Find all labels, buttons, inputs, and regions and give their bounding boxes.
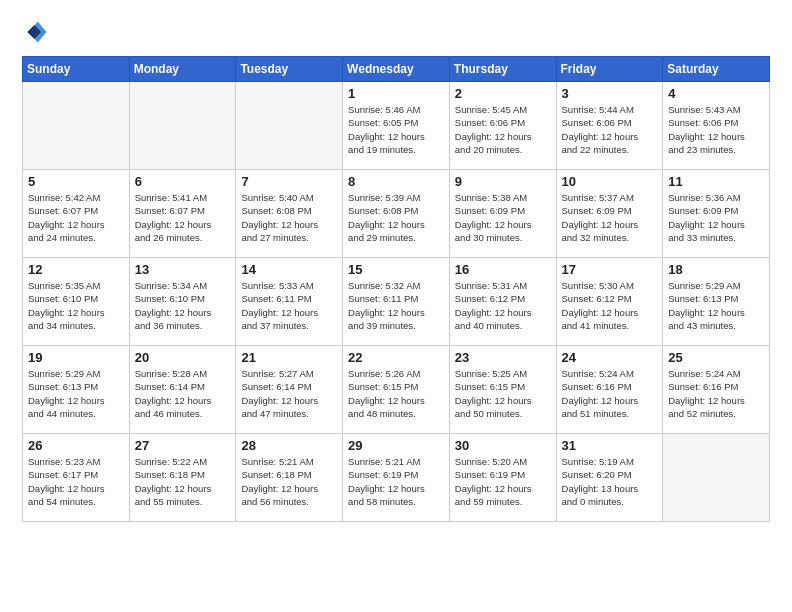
day-number: 19 (28, 350, 124, 365)
day-number: 20 (135, 350, 231, 365)
calendar-cell: 9Sunrise: 5:38 AM Sunset: 6:09 PM Daylig… (449, 170, 556, 258)
calendar-cell: 22Sunrise: 5:26 AM Sunset: 6:15 PM Dayli… (343, 346, 450, 434)
calendar-cell: 12Sunrise: 5:35 AM Sunset: 6:10 PM Dayli… (23, 258, 130, 346)
weekday-tuesday: Tuesday (236, 57, 343, 82)
day-number: 21 (241, 350, 337, 365)
day-number: 22 (348, 350, 444, 365)
weekday-wednesday: Wednesday (343, 57, 450, 82)
day-number: 1 (348, 86, 444, 101)
day-info: Sunrise: 5:32 AM Sunset: 6:11 PM Dayligh… (348, 279, 444, 332)
day-info: Sunrise: 5:39 AM Sunset: 6:08 PM Dayligh… (348, 191, 444, 244)
calendar-cell: 19Sunrise: 5:29 AM Sunset: 6:13 PM Dayli… (23, 346, 130, 434)
day-info: Sunrise: 5:24 AM Sunset: 6:16 PM Dayligh… (562, 367, 658, 420)
day-info: Sunrise: 5:22 AM Sunset: 6:18 PM Dayligh… (135, 455, 231, 508)
calendar-body: 1Sunrise: 5:46 AM Sunset: 6:05 PM Daylig… (23, 82, 770, 522)
calendar-cell: 29Sunrise: 5:21 AM Sunset: 6:19 PM Dayli… (343, 434, 450, 522)
day-info: Sunrise: 5:31 AM Sunset: 6:12 PM Dayligh… (455, 279, 551, 332)
calendar-cell: 25Sunrise: 5:24 AM Sunset: 6:16 PM Dayli… (663, 346, 770, 434)
calendar-week-3: 12Sunrise: 5:35 AM Sunset: 6:10 PM Dayli… (23, 258, 770, 346)
day-number: 31 (562, 438, 658, 453)
calendar-cell (23, 82, 130, 170)
calendar-cell: 7Sunrise: 5:40 AM Sunset: 6:08 PM Daylig… (236, 170, 343, 258)
day-info: Sunrise: 5:28 AM Sunset: 6:14 PM Dayligh… (135, 367, 231, 420)
calendar-cell: 1Sunrise: 5:46 AM Sunset: 6:05 PM Daylig… (343, 82, 450, 170)
day-info: Sunrise: 5:40 AM Sunset: 6:08 PM Dayligh… (241, 191, 337, 244)
calendar-week-2: 5Sunrise: 5:42 AM Sunset: 6:07 PM Daylig… (23, 170, 770, 258)
calendar-cell: 21Sunrise: 5:27 AM Sunset: 6:14 PM Dayli… (236, 346, 343, 434)
calendar-header: SundayMondayTuesdayWednesdayThursdayFrid… (23, 57, 770, 82)
day-info: Sunrise: 5:20 AM Sunset: 6:19 PM Dayligh… (455, 455, 551, 508)
day-number: 6 (135, 174, 231, 189)
day-info: Sunrise: 5:42 AM Sunset: 6:07 PM Dayligh… (28, 191, 124, 244)
day-info: Sunrise: 5:21 AM Sunset: 6:18 PM Dayligh… (241, 455, 337, 508)
calendar-cell: 2Sunrise: 5:45 AM Sunset: 6:06 PM Daylig… (449, 82, 556, 170)
day-info: Sunrise: 5:33 AM Sunset: 6:11 PM Dayligh… (241, 279, 337, 332)
calendar-cell: 24Sunrise: 5:24 AM Sunset: 6:16 PM Dayli… (556, 346, 663, 434)
calendar-cell: 28Sunrise: 5:21 AM Sunset: 6:18 PM Dayli… (236, 434, 343, 522)
calendar-cell: 23Sunrise: 5:25 AM Sunset: 6:15 PM Dayli… (449, 346, 556, 434)
calendar-cell: 5Sunrise: 5:42 AM Sunset: 6:07 PM Daylig… (23, 170, 130, 258)
calendar-cell: 27Sunrise: 5:22 AM Sunset: 6:18 PM Dayli… (129, 434, 236, 522)
day-number: 12 (28, 262, 124, 277)
day-info: Sunrise: 5:19 AM Sunset: 6:20 PM Dayligh… (562, 455, 658, 508)
day-info: Sunrise: 5:37 AM Sunset: 6:09 PM Dayligh… (562, 191, 658, 244)
calendar: SundayMondayTuesdayWednesdayThursdayFrid… (22, 56, 770, 522)
calendar-cell (129, 82, 236, 170)
header (22, 18, 770, 46)
day-info: Sunrise: 5:43 AM Sunset: 6:06 PM Dayligh… (668, 103, 764, 156)
day-number: 14 (241, 262, 337, 277)
day-number: 29 (348, 438, 444, 453)
day-info: Sunrise: 5:23 AM Sunset: 6:17 PM Dayligh… (28, 455, 124, 508)
day-number: 2 (455, 86, 551, 101)
day-number: 23 (455, 350, 551, 365)
day-number: 8 (348, 174, 444, 189)
day-info: Sunrise: 5:27 AM Sunset: 6:14 PM Dayligh… (241, 367, 337, 420)
day-number: 11 (668, 174, 764, 189)
day-number: 4 (668, 86, 764, 101)
day-info: Sunrise: 5:46 AM Sunset: 6:05 PM Dayligh… (348, 103, 444, 156)
day-info: Sunrise: 5:26 AM Sunset: 6:15 PM Dayligh… (348, 367, 444, 420)
day-number: 24 (562, 350, 658, 365)
calendar-cell: 13Sunrise: 5:34 AM Sunset: 6:10 PM Dayli… (129, 258, 236, 346)
day-number: 7 (241, 174, 337, 189)
logo (22, 18, 54, 46)
day-info: Sunrise: 5:44 AM Sunset: 6:06 PM Dayligh… (562, 103, 658, 156)
calendar-cell: 16Sunrise: 5:31 AM Sunset: 6:12 PM Dayli… (449, 258, 556, 346)
day-info: Sunrise: 5:35 AM Sunset: 6:10 PM Dayligh… (28, 279, 124, 332)
logo-icon (22, 18, 50, 46)
day-number: 25 (668, 350, 764, 365)
day-number: 30 (455, 438, 551, 453)
day-number: 27 (135, 438, 231, 453)
day-info: Sunrise: 5:45 AM Sunset: 6:06 PM Dayligh… (455, 103, 551, 156)
calendar-week-4: 19Sunrise: 5:29 AM Sunset: 6:13 PM Dayli… (23, 346, 770, 434)
weekday-saturday: Saturday (663, 57, 770, 82)
day-number: 18 (668, 262, 764, 277)
weekday-sunday: Sunday (23, 57, 130, 82)
calendar-week-5: 26Sunrise: 5:23 AM Sunset: 6:17 PM Dayli… (23, 434, 770, 522)
calendar-cell: 17Sunrise: 5:30 AM Sunset: 6:12 PM Dayli… (556, 258, 663, 346)
day-number: 13 (135, 262, 231, 277)
day-number: 16 (455, 262, 551, 277)
calendar-cell: 30Sunrise: 5:20 AM Sunset: 6:19 PM Dayli… (449, 434, 556, 522)
day-info: Sunrise: 5:29 AM Sunset: 6:13 PM Dayligh… (668, 279, 764, 332)
day-info: Sunrise: 5:29 AM Sunset: 6:13 PM Dayligh… (28, 367, 124, 420)
calendar-cell: 6Sunrise: 5:41 AM Sunset: 6:07 PM Daylig… (129, 170, 236, 258)
day-number: 15 (348, 262, 444, 277)
weekday-thursday: Thursday (449, 57, 556, 82)
day-info: Sunrise: 5:38 AM Sunset: 6:09 PM Dayligh… (455, 191, 551, 244)
day-number: 3 (562, 86, 658, 101)
day-info: Sunrise: 5:41 AM Sunset: 6:07 PM Dayligh… (135, 191, 231, 244)
calendar-cell: 20Sunrise: 5:28 AM Sunset: 6:14 PM Dayli… (129, 346, 236, 434)
weekday-friday: Friday (556, 57, 663, 82)
day-info: Sunrise: 5:30 AM Sunset: 6:12 PM Dayligh… (562, 279, 658, 332)
day-info: Sunrise: 5:34 AM Sunset: 6:10 PM Dayligh… (135, 279, 231, 332)
day-info: Sunrise: 5:21 AM Sunset: 6:19 PM Dayligh… (348, 455, 444, 508)
day-number: 5 (28, 174, 124, 189)
weekday-monday: Monday (129, 57, 236, 82)
day-number: 28 (241, 438, 337, 453)
day-number: 9 (455, 174, 551, 189)
day-info: Sunrise: 5:24 AM Sunset: 6:16 PM Dayligh… (668, 367, 764, 420)
calendar-cell: 31Sunrise: 5:19 AM Sunset: 6:20 PM Dayli… (556, 434, 663, 522)
calendar-cell: 3Sunrise: 5:44 AM Sunset: 6:06 PM Daylig… (556, 82, 663, 170)
calendar-cell: 15Sunrise: 5:32 AM Sunset: 6:11 PM Dayli… (343, 258, 450, 346)
